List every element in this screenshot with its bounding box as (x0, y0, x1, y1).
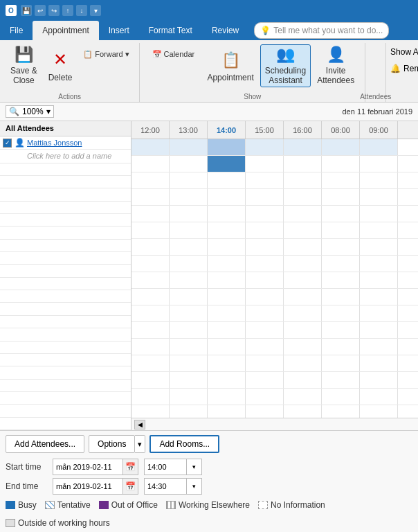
save-title-btn[interactable]: 💾 (21, 5, 32, 16)
zoom-value: 100% (22, 107, 44, 116)
options-group: Show As: Busy Free Tentative Out of Offi… (386, 43, 418, 102)
add-rooms-btn[interactable]: Add Rooms... (149, 435, 219, 453)
start-time-input-wrapper: ▾ (144, 459, 202, 475)
te-3 (131, 222, 418, 239)
ta-2 (170, 172, 208, 188)
legend-busy-box (6, 501, 15, 509)
invite-attendees-btn[interactable]: 👤 InviteAttendees (312, 44, 359, 87)
up-btn[interactable]: ↑ (62, 5, 73, 16)
attendee-checkbox-mattias[interactable]: ✓ (3, 139, 12, 148)
end-time-label: End time (6, 481, 47, 491)
show-buttons: 📅 Calendar 📋 Appointment 👥 SchedulingAss… (145, 44, 359, 93)
end-date-calendar-btn[interactable]: 📅 (122, 479, 138, 494)
ta-7 (360, 172, 398, 188)
down-btn[interactable]: ↓ (76, 5, 87, 16)
start-time-dropdown-btn[interactable]: ▾ (186, 459, 201, 475)
add-attendee-placeholder[interactable]: Click here to add a name (27, 152, 111, 160)
tc-1 (131, 139, 170, 155)
start-time-row: Start time 📅 ▾ (6, 459, 412, 475)
appointment-btn[interactable]: 📋 Appointment (202, 44, 258, 87)
legend-outside: Outside of working hours (6, 518, 110, 528)
legend-working-elsewhere: Working Elsewhere (166, 500, 250, 510)
tab-file[interactable]: File (0, 21, 33, 40)
te-8 (131, 305, 418, 322)
legend-noinfo-box (258, 501, 268, 509)
time-header-0900: 09:00 (360, 121, 398, 139)
redo-btn[interactable]: ↪ (48, 5, 60, 16)
empty-row-21 (0, 418, 131, 430)
tab-review[interactable]: Review (202, 21, 248, 40)
scheduling-grid: All Attendees ✓ 👤 Mattias Jonsson Click … (0, 121, 418, 430)
timeline-header: 12:00 13:00 14:00 15:00 16:00 08:00 09:0… (131, 121, 418, 139)
tell-me-input[interactable]: 💡 Tell me what you want to do... (254, 22, 389, 39)
legend-tentative-box (45, 501, 55, 509)
ribbon-tab-bar: File Appointment Insert Format Text Revi… (0, 21, 418, 40)
te-12 (131, 372, 418, 389)
tc-2 (170, 139, 208, 155)
forward-btn[interactable]: 📋 Forward ▾ (78, 44, 134, 64)
show-group: 📅 Calendar 📋 Appointment 👥 SchedulingAss… (140, 43, 365, 102)
empty-row-13 (0, 316, 131, 328)
tab-appointment[interactable]: Appointment (33, 21, 98, 40)
options-btn[interactable]: Options (89, 435, 135, 453)
bottom-section: Add Attendees... Options ▾ Add Rooms... … (0, 430, 418, 532)
te-11 (131, 355, 418, 372)
add-attendee-row[interactable]: Click here to add a name (0, 150, 131, 163)
te-1 (131, 189, 418, 206)
timeline-add-row (131, 172, 418, 189)
all-attendees-header: All Attendees (0, 121, 131, 136)
legend-busy-label: Busy (18, 500, 37, 510)
start-date-input[interactable] (53, 461, 122, 472)
tm-6 (322, 156, 360, 172)
delete-btn[interactable]: ✕ Delete (44, 44, 78, 87)
calendar-btn[interactable]: 📅 Calendar (145, 44, 201, 64)
timeline-all-attendees-row (131, 139, 418, 156)
legend-outside-label: Outside of working hours (18, 518, 110, 528)
empty-row-14 (0, 328, 131, 341)
te-13 (131, 389, 418, 405)
app-icon: O (6, 5, 17, 16)
time-header-1300: 13:00 (170, 121, 208, 139)
empty-row-15 (0, 342, 131, 354)
actions-buttons: 💾 Save &Close ✕ Delete 📋 Forward ▾ (6, 44, 134, 93)
empty-row-16 (0, 354, 131, 366)
attendee-name-mattias[interactable]: Mattias Jonsson (27, 139, 82, 147)
tab-insert[interactable]: Insert (99, 21, 139, 40)
zoom-control[interactable]: 🔍 100% ▾ (6, 105, 54, 118)
save-close-btn[interactable]: 💾 Save &Close (6, 44, 42, 87)
scroll-arrow-row: ◀ (131, 418, 418, 430)
tc-6 (322, 139, 360, 155)
undo-btn[interactable]: ↩ (35, 5, 46, 16)
time-header-1200: 12:00 (131, 121, 170, 139)
scheduling-assistant-btn[interactable]: 👥 SchedulingAssistant (260, 44, 311, 87)
legend-outside-box (6, 519, 15, 527)
more-btn[interactable]: ▾ (90, 5, 101, 16)
end-time-dropdown-btn[interactable]: ▾ (186, 479, 201, 494)
timeline-mattias-row (131, 156, 418, 172)
add-attendees-btn[interactable]: Add Attendees... (6, 435, 84, 453)
ta-6 (322, 172, 360, 188)
time-header-1400: 14:00 (208, 121, 246, 139)
start-date-calendar-btn[interactable]: 📅 (122, 459, 138, 475)
options-dropdown-btn[interactable]: ▾ (135, 435, 145, 453)
empty-row-7 (0, 240, 131, 252)
empty-row-1 (0, 163, 131, 176)
empty-row-5 (0, 214, 131, 227)
empty-row-8 (0, 252, 131, 265)
start-time-input[interactable] (145, 461, 186, 472)
end-date-input[interactable] (53, 481, 122, 492)
start-date-input-wrapper: 📅 (53, 459, 138, 475)
legend-out-of-office-label: Out of Office (111, 500, 158, 510)
timeline-rows (131, 139, 418, 418)
tab-format-text[interactable]: Format Text (139, 21, 202, 40)
actions-group: 💾 Save &Close ✕ Delete 📋 Forward ▾ Actio… (0, 43, 140, 102)
end-time-input[interactable] (145, 481, 186, 492)
timeline-body (131, 139, 418, 418)
time-header-1500: 15:00 (246, 121, 284, 139)
empty-row-9 (0, 265, 131, 277)
legend-tentative-label: Tentative (57, 500, 91, 510)
lightbulb-icon: 💡 (260, 26, 271, 35)
ribbon: 💾 Save &Close ✕ Delete 📋 Forward ▾ Actio… (0, 40, 418, 103)
tm-2 (170, 156, 208, 172)
scroll-left-arrow[interactable]: ◀ (134, 420, 145, 429)
